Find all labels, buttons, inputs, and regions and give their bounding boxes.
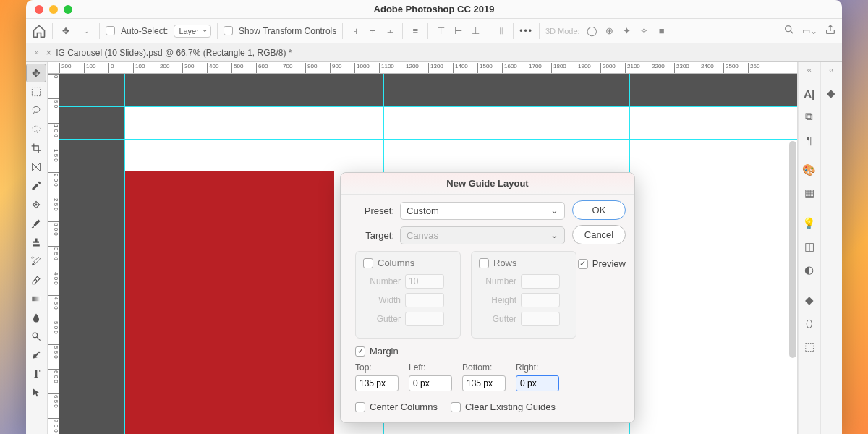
titlebar: Adobe Photoshop CC 2019 bbox=[26, 0, 842, 19]
color-panel-icon[interactable]: 🎨 bbox=[803, 163, 816, 176]
rectangle-1-layer[interactable] bbox=[124, 171, 334, 434]
crop-tool[interactable] bbox=[26, 139, 46, 158]
lasso-tool[interactable] bbox=[26, 101, 46, 120]
properties-panel-icon[interactable]: ⬚ bbox=[803, 340, 816, 353]
3d-camera-icon[interactable]: ■ bbox=[655, 25, 668, 38]
rows-checkbox[interactable] bbox=[479, 258, 489, 268]
path-select-tool[interactable] bbox=[26, 383, 46, 402]
move-tool[interactable]: ✥ bbox=[26, 64, 46, 82]
distribute-v-icon[interactable]: ⦀ bbox=[494, 25, 507, 38]
align-middle-icon[interactable]: ⊢ bbox=[451, 25, 464, 38]
home-icon[interactable] bbox=[32, 24, 46, 38]
move-tool-icon[interactable]: ✥ bbox=[59, 24, 73, 38]
stamp-tool[interactable] bbox=[26, 233, 46, 252]
panel-collapse-icon[interactable]: ‹‹ bbox=[829, 67, 833, 74]
healing-tool[interactable] bbox=[26, 195, 46, 214]
layers-panel-icon[interactable]: ◆ bbox=[825, 87, 838, 100]
svg-point-0 bbox=[786, 26, 791, 32]
svg-point-2 bbox=[32, 126, 40, 132]
columns-checkbox[interactable] bbox=[363, 258, 373, 268]
margin-top-input[interactable] bbox=[355, 375, 399, 391]
pen-tool[interactable] bbox=[26, 346, 46, 365]
more-options-icon[interactable]: ••• bbox=[519, 26, 533, 36]
tab-close-icon[interactable]: × bbox=[46, 47, 52, 58]
rows-gutter-input[interactable] bbox=[521, 312, 560, 326]
distribute-icon[interactable]: ≡ bbox=[409, 25, 422, 38]
adjustments-panel-icon[interactable]: ◐ bbox=[803, 263, 816, 276]
show-transform-checkbox[interactable] bbox=[224, 26, 233, 35]
gradient-tool[interactable] bbox=[26, 289, 46, 308]
panel-collapse-icon[interactable]: ‹‹ bbox=[807, 67, 812, 74]
rows-height-input[interactable] bbox=[521, 293, 560, 307]
3d-orbit-icon[interactable]: ◯ bbox=[586, 25, 599, 38]
3d-roll-icon[interactable]: ✦ bbox=[621, 25, 634, 38]
columns-number-input[interactable] bbox=[405, 274, 444, 289]
auto-select-label: Auto-Select: bbox=[121, 26, 168, 36]
brush-tool[interactable] bbox=[26, 214, 46, 233]
quick-select-tool[interactable] bbox=[26, 120, 46, 139]
type-tool[interactable]: T bbox=[26, 365, 46, 383]
channels-panel-icon[interactable]: ◆ bbox=[803, 294, 816, 307]
search-icon[interactable] bbox=[783, 24, 795, 38]
maximize-window-button[interactable] bbox=[64, 5, 72, 14]
cancel-button[interactable]: Cancel bbox=[572, 225, 626, 244]
libraries-panel-icon[interactable]: ◫ bbox=[803, 240, 816, 253]
preset-label: Preset: bbox=[349, 205, 394, 216]
margin-checkbox[interactable] bbox=[355, 346, 365, 357]
dodge-tool[interactable] bbox=[26, 327, 46, 346]
swatches-panel-icon[interactable]: ▦ bbox=[803, 187, 816, 200]
ruler-horizontal[interactable]: 2001000100200300400500600700800900100011… bbox=[59, 62, 797, 74]
frame-tool[interactable] bbox=[26, 158, 46, 176]
vertical-scrollbar[interactable] bbox=[789, 141, 796, 358]
guide-vertical[interactable] bbox=[124, 74, 125, 434]
learn-panel-icon[interactable]: 💡 bbox=[803, 217, 816, 230]
tab-overflow-icon[interactable]: » bbox=[35, 48, 39, 56]
paragraph-styles-icon[interactable]: ⧉ bbox=[803, 110, 816, 123]
show-transform-label: Show Transform Controls bbox=[239, 26, 336, 36]
marquee-tool[interactable] bbox=[26, 82, 46, 101]
margin-left-input[interactable] bbox=[409, 375, 452, 391]
align-top-icon[interactable]: ⊤ bbox=[434, 25, 447, 38]
margin-right-input[interactable] bbox=[516, 375, 559, 391]
center-columns-checkbox[interactable] bbox=[355, 402, 365, 412]
clear-guides-checkbox[interactable] bbox=[451, 402, 461, 412]
tool-chevron-icon[interactable]: ⌄ bbox=[79, 24, 93, 38]
eyedropper-tool[interactable] bbox=[26, 176, 46, 195]
workspace-switcher-icon[interactable]: ▭⌄ bbox=[802, 26, 817, 36]
close-window-button[interactable] bbox=[35, 5, 43, 14]
blur-tool[interactable] bbox=[26, 308, 46, 327]
valign-group: ⊤ ⊢ ⊥ bbox=[434, 25, 482, 38]
guide-horizontal[interactable] bbox=[59, 139, 797, 140]
ruler-vertical[interactable]: 05 01 0 01 5 02 0 02 5 03 0 03 5 04 0 04… bbox=[48, 74, 59, 434]
paths-panel-icon[interactable]: ⬯ bbox=[803, 317, 816, 330]
margin-section: Margin Top: Left: Bottom: Right: bbox=[355, 346, 626, 391]
align-center-h-icon[interactable]: ⫟ bbox=[366, 25, 379, 38]
document-tab-label[interactable]: IG Carousel (10 Slides).psd @ 66.7% (Rec… bbox=[56, 48, 292, 58]
preview-checkbox[interactable] bbox=[578, 259, 588, 269]
rows-number-input[interactable] bbox=[521, 274, 560, 289]
3d-pan-icon[interactable]: ⊕ bbox=[603, 25, 616, 38]
ok-button[interactable]: OK bbox=[572, 200, 626, 220]
auto-select-checkbox[interactable] bbox=[106, 26, 115, 35]
character-panel-icon[interactable]: A| bbox=[803, 87, 816, 100]
layer-select[interactable]: Layer bbox=[174, 25, 211, 38]
align-right-icon[interactable]: ⫠ bbox=[383, 25, 396, 38]
eraser-tool[interactable] bbox=[26, 271, 46, 289]
minimize-window-button[interactable] bbox=[49, 5, 58, 14]
svg-point-5 bbox=[35, 204, 37, 205]
align-left-icon[interactable]: ⫞ bbox=[349, 25, 362, 38]
3d-slide-icon[interactable]: ✧ bbox=[638, 25, 651, 38]
preset-select[interactable]: Custom bbox=[400, 202, 565, 220]
glyphs-panel-icon[interactable]: ¶ bbox=[803, 133, 816, 146]
margin-bottom-input[interactable] bbox=[462, 375, 506, 391]
guide-horizontal[interactable] bbox=[59, 106, 797, 107]
share-icon[interactable] bbox=[825, 24, 836, 38]
traffic-lights bbox=[26, 5, 72, 14]
columns-gutter-input[interactable] bbox=[405, 312, 444, 326]
svg-rect-7 bbox=[32, 297, 40, 301]
columns-width-input[interactable] bbox=[405, 293, 444, 307]
history-brush-tool[interactable] bbox=[26, 252, 46, 271]
align-bottom-icon[interactable]: ⊥ bbox=[469, 25, 482, 38]
target-select: Canvas bbox=[400, 226, 565, 244]
guide-vertical[interactable] bbox=[644, 74, 644, 434]
